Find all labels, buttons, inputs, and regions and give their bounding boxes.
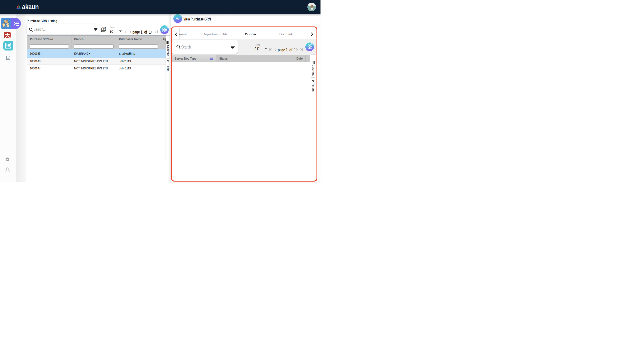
svg-text:2: 2 bbox=[103, 28, 104, 30]
